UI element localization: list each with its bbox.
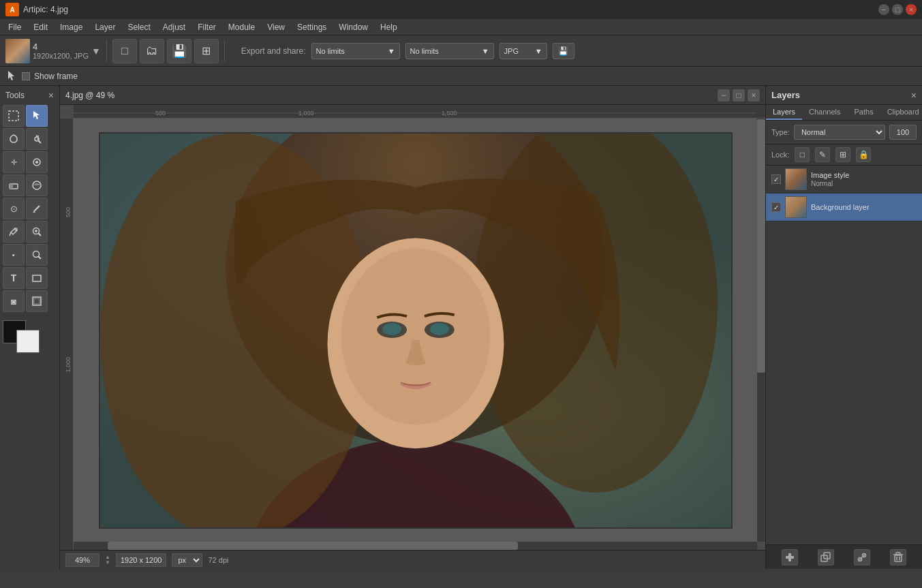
layer-item-image-style[interactable]: Image style Normal: [766, 166, 922, 194]
svg-line-16: [10, 232, 11, 236]
lock-all-button[interactable]: 🔒: [856, 147, 871, 162]
image-thumbnail: [5, 39, 30, 63]
eraser-tool[interactable]: [3, 174, 25, 196]
new-button[interactable]: □: [112, 39, 137, 63]
layer-visibility-checkbox-1[interactable]: [771, 202, 781, 212]
tool-row-4: [3, 174, 48, 196]
tab-layers[interactable]: Layers: [766, 105, 802, 120]
frame-tool[interactable]: [26, 290, 48, 312]
secondary-toolbar: Show frame: [0, 67, 922, 86]
svg-rect-12: [10, 184, 13, 189]
export-label: Export and share:: [241, 46, 306, 56]
tab-clipboard[interactable]: Clipboard: [880, 105, 922, 120]
zoom-tool[interactable]: [26, 221, 48, 243]
toolbar-divider-1: [106, 40, 107, 62]
toolbar-divider-2: [224, 40, 225, 62]
canvas-tab[interactable]: 4.jpg @ 49 %: [65, 91, 114, 100]
pencil-tool[interactable]: [26, 198, 48, 219]
svg-marker-0: [8, 71, 14, 80]
canvas-area: 4.jpg @ 49 % − □ × 500 1,000 1,500: [60, 86, 765, 569]
canvas-maximize-button[interactable]: □: [733, 89, 745, 102]
warp-tool[interactable]: ✛: [3, 151, 25, 173]
ruler-vertical: 500 1,000: [60, 119, 74, 550]
lock-transparent-button[interactable]: □: [795, 147, 810, 162]
zoom-down-arrow[interactable]: ▼: [105, 560, 110, 566]
image-info: 4 1920x1200, JPG: [33, 42, 89, 60]
opacity-input[interactable]: [889, 125, 917, 140]
blend-mode-select[interactable]: Normal Multiply Screen Overlay: [794, 125, 885, 140]
move-tool-icon: [5, 70, 18, 82]
show-frame-checkbox[interactable]: [22, 72, 30, 80]
main-layout: Tools × ✛: [0, 86, 922, 569]
canvas-close-button[interactable]: ×: [748, 89, 760, 102]
menu-file[interactable]: File: [3, 21, 27, 33]
maximize-button[interactable]: □: [892, 4, 903, 15]
export-dropdown-2[interactable]: No limits ▼: [405, 43, 494, 59]
menu-select[interactable]: Select: [122, 21, 155, 33]
vertical-scrollbar-thumb[interactable]: [757, 119, 765, 373]
layer-visibility-checkbox-0[interactable]: [771, 174, 781, 184]
horizontal-scrollbar-thumb[interactable]: [108, 542, 518, 550]
stamp-tool[interactable]: ⊙: [3, 198, 25, 219]
lock-label: Lock:: [771, 151, 789, 159]
save-button[interactable]: 💾: [167, 39, 191, 63]
eraser2-tool[interactable]: [26, 174, 48, 196]
zoom-input[interactable]: [65, 553, 99, 567]
duplicate-layer-button[interactable]: [818, 549, 834, 566]
lock-position-button[interactable]: ⊞: [835, 147, 850, 162]
unit-select[interactable]: px % cm in: [172, 553, 202, 567]
move-tool[interactable]: [26, 105, 48, 127]
vertical-scrollbar[interactable]: [757, 119, 765, 542]
magic-wand-tool[interactable]: [26, 128, 48, 150]
canvas-tab-bar: 4.jpg @ 49 % − □ ×: [60, 86, 765, 105]
menu-settings[interactable]: Settings: [292, 21, 332, 33]
canvas-minimize-button[interactable]: −: [718, 89, 730, 102]
format-dropdown[interactable]: JPG ▼: [500, 43, 547, 59]
menu-view[interactable]: View: [262, 21, 290, 33]
delete-layer-button[interactable]: [890, 549, 906, 566]
layer-thumbnail-0: [785, 168, 807, 190]
layers-panel-footer: [766, 544, 922, 569]
layers-panel: Layers × Layers Channels Paths Clipboard…: [765, 86, 922, 569]
magnify-tool[interactable]: [26, 244, 48, 266]
title-bar: A Artipic: 4.jpg − □ ×: [0, 0, 922, 19]
paint-bucket-tool[interactable]: ◙: [3, 290, 25, 312]
color-dropper-tool[interactable]: [26, 151, 48, 173]
menu-image[interactable]: Image: [55, 21, 88, 33]
canvas-content: [74, 119, 757, 542]
lasso-tool[interactable]: [3, 128, 25, 150]
text-tool[interactable]: T: [3, 267, 25, 289]
layers-lock-row: Lock: □ ✎ ⊞ 🔒: [766, 144, 922, 166]
menu-layer[interactable]: Layer: [89, 21, 121, 33]
tool-row-6: [3, 221, 48, 243]
tab-paths[interactable]: Paths: [848, 105, 880, 120]
image-selector-arrow[interactable]: ▼: [91, 46, 101, 57]
svg-line-8: [38, 140, 41, 143]
select-rect-tool[interactable]: [3, 105, 25, 127]
title-bar-controls[interactable]: − □ ×: [878, 4, 917, 15]
open-button[interactable]: 🗂: [140, 39, 164, 63]
tools-panel-close[interactable]: ×: [48, 90, 54, 101]
lock-pixels-button[interactable]: ✎: [815, 147, 830, 162]
menu-filter[interactable]: Filter: [192, 21, 221, 33]
menu-window[interactable]: Window: [333, 21, 373, 33]
add-layer-button[interactable]: [782, 549, 798, 566]
background-color[interactable]: [16, 330, 40, 353]
horizontal-scrollbar[interactable]: [74, 542, 757, 550]
layer-effects-button[interactable]: [854, 549, 870, 566]
export-dropdown-1[interactable]: No limits ▼: [311, 43, 400, 59]
menu-module[interactable]: Module: [223, 21, 260, 33]
menu-edit[interactable]: Edit: [28, 21, 53, 33]
eyedropper-tool[interactable]: [3, 221, 25, 243]
export-save-button[interactable]: 💾: [553, 43, 574, 59]
close-button[interactable]: ×: [906, 4, 917, 15]
menu-help[interactable]: Help: [375, 21, 403, 33]
menu-adjust[interactable]: Adjust: [157, 21, 191, 33]
crop-tool[interactable]: ▪: [3, 244, 25, 266]
layout-button[interactable]: ⊞: [194, 39, 219, 63]
rect-shape-tool[interactable]: [26, 267, 48, 289]
tab-channels[interactable]: Channels: [802, 105, 847, 120]
layers-panel-close[interactable]: ×: [911, 90, 917, 101]
minimize-button[interactable]: −: [878, 4, 889, 15]
layer-item-background[interactable]: Background layer: [766, 194, 922, 221]
